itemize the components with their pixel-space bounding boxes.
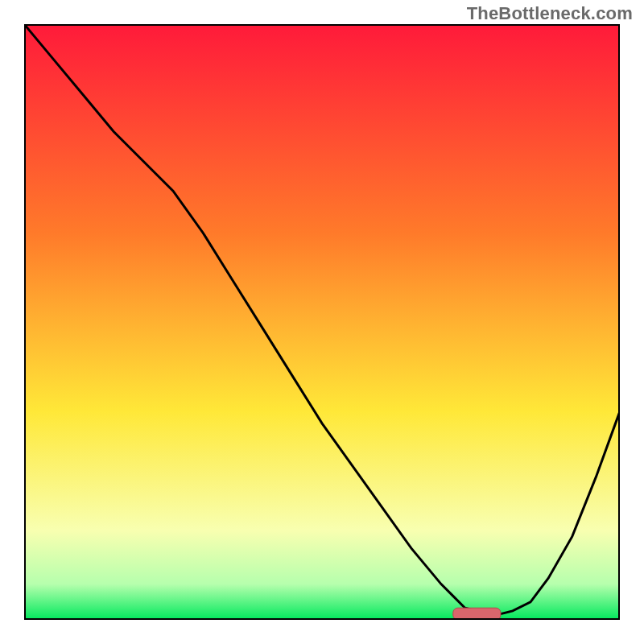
watermark-text: TheBottleneck.com bbox=[467, 3, 633, 24]
plot-area bbox=[24, 24, 620, 620]
gradient-background bbox=[24, 24, 620, 620]
optimal-marker bbox=[453, 608, 501, 620]
chart-svg bbox=[24, 24, 620, 620]
chart-container: TheBottleneck.com bbox=[0, 0, 644, 644]
